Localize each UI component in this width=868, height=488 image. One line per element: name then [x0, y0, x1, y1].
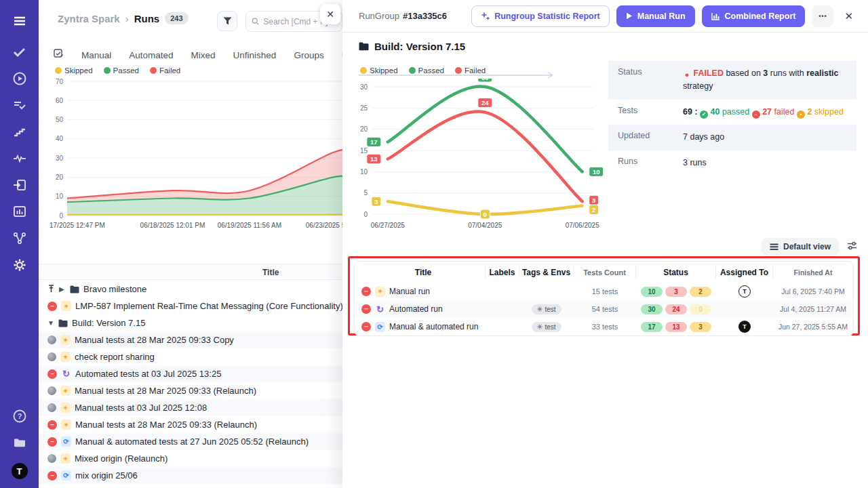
pending-status-icon [47, 454, 56, 463]
column-header-assigned-to[interactable]: Assigned To [716, 266, 773, 279]
manual-run-icon: ✳ [61, 420, 71, 430]
column-header-labels[interactable]: Labels [486, 266, 519, 279]
sidebar-gear-icon[interactable] [0, 253, 39, 277]
dot-red-icon: ● [683, 71, 691, 79]
list-item-folder[interactable]: ▶Bravo milestone [39, 281, 342, 298]
legend-item-failed[interactable]: Failed [150, 66, 180, 75]
list-item-run[interactable]: ✳Mixed origin (Relaunch) [39, 450, 342, 467]
list-item-run[interactable]: –⟳mix origin 25/06 [39, 467, 342, 484]
user-avatar[interactable]: T [0, 460, 39, 483]
svg-text:13: 13 [370, 155, 378, 163]
svg-text:3: 3 [592, 197, 595, 204]
detail-label: Status [608, 61, 683, 100]
manual-run-icon: ✳ [60, 403, 71, 413]
column-header-tests-count[interactable]: Tests Count [574, 266, 636, 279]
assignee-avatar[interactable]: T [738, 321, 751, 333]
list-item-run[interactable]: –✳Manual tests at 28 Mar 2025 09:33 (Rel… [39, 416, 342, 433]
legend-item-passed[interactable]: Passed [409, 66, 444, 75]
filter-button[interactable] [217, 11, 237, 31]
chart-legend: SkippedPassedFailed [360, 66, 486, 75]
tab-groups[interactable]: Groups [294, 50, 323, 60]
legend-item-failed[interactable]: Failed [455, 66, 486, 75]
passed-count-pill: 10 [641, 287, 663, 297]
tests-count-cell: 15 tests [574, 287, 636, 296]
finished-at-cell: Jul 6, 2025 7:40 PM [773, 287, 853, 296]
columns-settings-icon[interactable] [847, 241, 857, 253]
svg-text:20: 20 [360, 125, 368, 133]
default-view-button[interactable]: Default view [762, 238, 839, 256]
sidebar-menu-icon[interactable] [0, 9, 39, 33]
sidebar-branch-icon[interactable] [0, 227, 39, 250]
tab-automated[interactable]: Automated [129, 50, 173, 60]
sidebar-check-icon[interactable] [0, 41, 39, 64]
column-header-title[interactable]: Title [355, 266, 486, 279]
combined-report-button[interactable]: Combined Report [702, 5, 806, 27]
detail-row-status: Status● FAILED based on 3 runs with real… [608, 61, 856, 100]
manual-run-button[interactable]: Manual Run [616, 5, 695, 27]
list-item-folder[interactable]: ▼Build: Version 7.15 [39, 314, 342, 331]
run-title: Build: Version 7.15 [72, 318, 145, 328]
table-row[interactable]: –✳Manual run15 tests1032TJul 6, 2025 7:4… [355, 283, 853, 300]
more-actions-button[interactable]: ••• [812, 5, 833, 27]
automated-run-icon: ↻ [375, 305, 385, 314]
legend-item-skipped[interactable]: Skipped [360, 66, 398, 75]
list-item-run[interactable]: ✳check report sharing [39, 348, 342, 365]
list-item-run[interactable]: –↻Automated tests at 03 Jul 2025 13:25 [39, 365, 342, 382]
column-header-status[interactable]: Status [636, 266, 716, 279]
column-header-tags-envs[interactable]: Tags & Envs [519, 266, 574, 279]
tags-cell: test [519, 322, 574, 332]
sidebar-play-circle-icon[interactable] [0, 67, 39, 90]
list-item-run[interactable]: ✳Manual tests at 03 Jul 2025 12:08 [39, 399, 342, 416]
drawer-close-button[interactable]: ✕ [840, 7, 857, 25]
tag-chip[interactable]: test [532, 304, 561, 314]
detail-value: 3 runs [683, 150, 856, 176]
sidebar-list-check-icon[interactable] [0, 94, 39, 117]
failed-status-icon: – [47, 420, 57, 430]
minus-red-icon: – [752, 110, 760, 119]
svg-text:30: 30 [56, 155, 64, 162]
chevron-right-icon[interactable]: ▶ [59, 285, 66, 293]
detail-value: 69 : ✓ 40 passed – 27 failed • 2 skipped [683, 100, 856, 125]
sidebar: ? T [0, 0, 39, 488]
list-item-run[interactable]: ✳Manual tests at 28 Mar 2025 09:33 Copy [39, 331, 342, 348]
sidebar-bar-chart-icon[interactable] [0, 200, 39, 223]
assigned-to-cell: T [716, 285, 773, 298]
folder-icon [359, 42, 369, 51]
failed-status-icon: – [361, 304, 371, 314]
dot-orange-icon: • [797, 110, 805, 119]
sidebar-help-icon[interactable]: ? [0, 405, 39, 428]
legend-item-passed[interactable]: Passed [104, 66, 139, 75]
sidebar-steps-icon[interactable] [0, 121, 39, 144]
svg-text:3: 3 [374, 198, 378, 205]
pending-status-icon [47, 336, 56, 344]
tab-manual[interactable]: Manual [81, 50, 111, 60]
pending-status-icon [47, 403, 56, 412]
chevron-down-icon[interactable]: ▼ [47, 319, 54, 327]
table-row[interactable]: –⟳Manual & automated runtest33 tests1713… [355, 318, 853, 336]
column-header-finished-at[interactable]: Finished At [773, 266, 853, 279]
tab-mixed[interactable]: Mixed [191, 50, 216, 60]
breadcrumb-project[interactable]: Zyntra Spark [58, 13, 120, 24]
sidebar-import-icon[interactable] [0, 174, 39, 197]
drawer-close-floating-button[interactable]: ✕ [320, 4, 340, 24]
rungroup-statistic-report-button[interactable]: Rungroup Statistic Report [471, 5, 610, 27]
tag-chip[interactable]: test [532, 322, 561, 332]
legend-item-skipped[interactable]: Skipped [55, 66, 93, 75]
skipped-count-pill: 2 [690, 287, 711, 297]
breadcrumb-section[interactable]: Runs [134, 13, 160, 24]
assignee-avatar[interactable]: T [738, 285, 751, 298]
tab-unfinished[interactable]: Unfinished [233, 50, 277, 60]
sidebar-projects-folder-icon[interactable] [0, 431, 39, 454]
svg-text:17/2025 12:47 PM: 17/2025 12:47 PM [50, 222, 105, 229]
sidebar-pulse-icon[interactable] [0, 147, 39, 170]
rungroup-trend-chart: SkippedPassedFailed 05101520253017301013… [352, 66, 604, 235]
select-runs-icon[interactable] [54, 49, 64, 61]
detail-value: 7 days ago [683, 125, 856, 150]
manual-run-icon: ✳ [60, 453, 71, 464]
list-item-run[interactable]: –✳LMP-587 Implement Real-Time Chat Messa… [39, 298, 342, 314]
table-row[interactable]: –↻Automated runtest54 tests30240Jul 4, 2… [355, 300, 853, 318]
list-item-run[interactable]: –⟳Manual & automated tests at 27 Jun 202… [39, 433, 342, 450]
manual-run-icon: ✳ [61, 301, 71, 311]
failed-status-icon: – [47, 437, 57, 447]
list-item-run[interactable]: ✳Manual tests at 28 Mar 2025 09:33 (Rela… [39, 382, 342, 399]
